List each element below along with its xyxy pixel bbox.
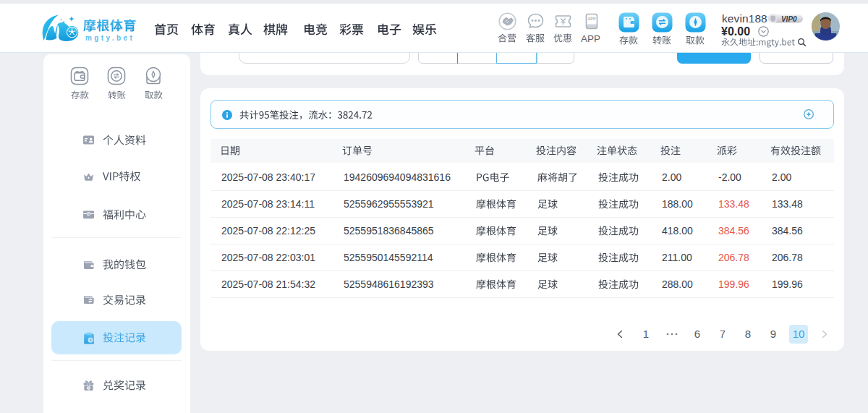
svg-text:VIP0: VIP0 bbox=[781, 14, 797, 22]
svg-text:APP: APP bbox=[587, 17, 595, 21]
